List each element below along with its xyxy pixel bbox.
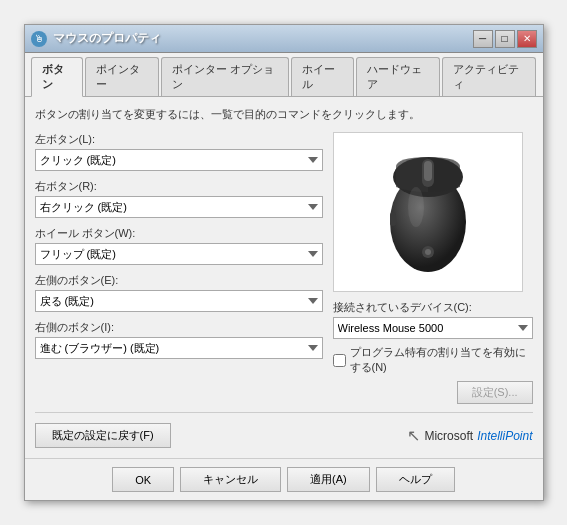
right-button-label: 右ボタン(R):	[35, 179, 323, 194]
tab-pointer-options[interactable]: ポインター オプション	[161, 57, 289, 96]
maximize-button[interactable]: □	[495, 30, 515, 48]
left-side-button-dropdown[interactable]: 戻る (既定)	[35, 290, 323, 312]
mouse-image-container	[333, 132, 523, 292]
content-area: ボタンの割り当てを変更するには、一覧で目的のコマンドをクリックします。 左ボタン…	[25, 96, 543, 458]
right-panel: 接続されているデバイス(C): Wireless Mouse 5000 プログラ…	[333, 132, 533, 404]
program-checkbox[interactable]	[333, 354, 346, 367]
footer: OK キャンセル 適用(A) ヘルプ	[25, 458, 543, 500]
window-icon: 🖱	[31, 31, 47, 47]
bottom-section: 既定の設定に戻す(F) ↖ Microsoft IntelliPoint	[35, 423, 533, 448]
left-button-label: 左ボタン(L):	[35, 132, 323, 147]
minimize-button[interactable]: ─	[473, 30, 493, 48]
tab-button[interactable]: ボタン	[31, 57, 84, 97]
program-checkbox-row: プログラム特有の割り当てを有効にする(N)	[333, 345, 533, 375]
close-button[interactable]: ✕	[517, 30, 537, 48]
left-panel: 左ボタン(L): クリック (既定) 右ボタン(R): 右クリック (既定) ホ…	[35, 132, 323, 404]
wheel-button-label: ホイール ボタン(W):	[35, 226, 323, 241]
left-button-group: 左ボタン(L): クリック (既定)	[35, 132, 323, 171]
description-text: ボタンの割り当てを変更するには、一覧で目的のコマンドをクリックします。	[35, 107, 533, 122]
tab-bar: ボタン ポインター ポインター オプション ホイール ハードウェア アクティビテ…	[25, 53, 543, 96]
title-buttons: ─ □ ✕	[473, 30, 537, 48]
tab-hardware[interactable]: ハードウェア	[356, 57, 440, 96]
mouse-image	[378, 147, 478, 277]
wheel-button-dropdown[interactable]: フリップ (既定)	[35, 243, 323, 265]
title-bar: 🖱 マウスのプロパティ ─ □ ✕	[25, 25, 543, 53]
tab-wheel[interactable]: ホイール	[291, 57, 354, 96]
cancel-button[interactable]: キャンセル	[180, 467, 281, 492]
main-section: 左ボタン(L): クリック (既定) 右ボタン(R): 右クリック (既定) ホ…	[35, 132, 533, 404]
tab-activity[interactable]: アクティビティ	[442, 57, 536, 96]
apply-button[interactable]: 適用(A)	[287, 467, 370, 492]
wheel-button-group: ホイール ボタン(W): フリップ (既定)	[35, 226, 323, 265]
mouse-properties-window: 🖱 マウスのプロパティ ─ □ ✕ ボタン ポインター ポインター オプション …	[24, 24, 544, 501]
svg-rect-4	[390, 212, 396, 226]
right-button-group: 右ボタン(R): 右クリック (既定)	[35, 179, 323, 218]
right-side-button-group: 右側のボタン(I): 進む (ブラウザー) (既定)	[35, 320, 323, 359]
intellipoint-text: IntelliPoint	[477, 429, 532, 443]
left-button-dropdown[interactable]: クリック (既定)	[35, 149, 323, 171]
program-checkbox-label[interactable]: プログラム特有の割り当てを有効にする(N)	[350, 345, 533, 375]
left-side-button-group: 左側のボタン(E): 戻る (既定)	[35, 273, 323, 312]
svg-rect-3	[424, 161, 432, 181]
help-button[interactable]: ヘルプ	[376, 467, 455, 492]
connected-device-label: 接続されているデバイス(C):	[333, 300, 533, 315]
right-button-dropdown[interactable]: 右クリック (既定)	[35, 196, 323, 218]
svg-point-7	[408, 187, 424, 227]
settings-button[interactable]: 設定(S)...	[457, 381, 533, 404]
right-side-button-label: 右側のボタン(I):	[35, 320, 323, 335]
window-title: マウスのプロパティ	[53, 30, 161, 47]
ok-button[interactable]: OK	[112, 467, 174, 492]
connected-device-dropdown[interactable]: Wireless Mouse 5000	[333, 317, 533, 339]
reset-button[interactable]: 既定の設定に戻す(F)	[35, 423, 171, 448]
svg-point-6	[425, 249, 431, 255]
ms-text: Microsoft	[424, 429, 473, 443]
intellipoint-brand: ↖ Microsoft IntelliPoint	[407, 426, 532, 445]
pointer-icon: ↖	[407, 426, 420, 445]
title-bar-left: 🖱 マウスのプロパティ	[31, 30, 161, 47]
separator	[35, 412, 533, 413]
right-side-button-dropdown[interactable]: 進む (ブラウザー) (既定)	[35, 337, 323, 359]
tab-pointer[interactable]: ポインター	[85, 57, 159, 96]
left-side-button-label: 左側のボタン(E):	[35, 273, 323, 288]
